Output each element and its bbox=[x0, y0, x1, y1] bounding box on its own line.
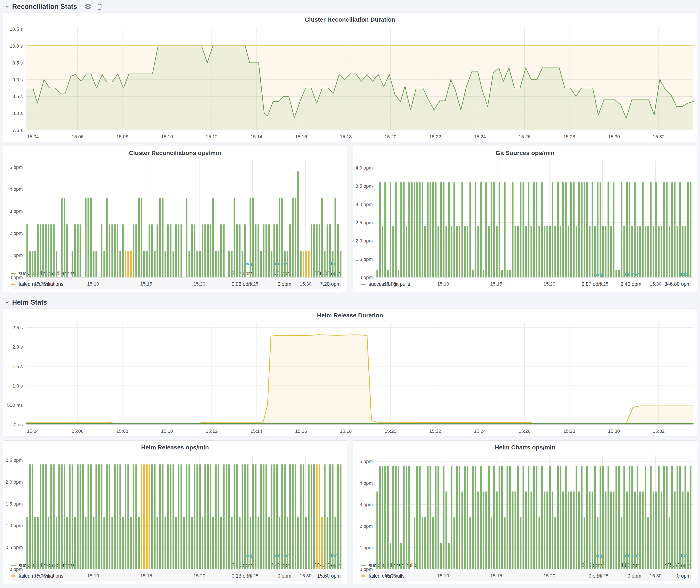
svg-text:15:24: 15:24 bbox=[474, 428, 486, 434]
svg-text:15:30: 15:30 bbox=[300, 573, 311, 578]
svg-text:15:06: 15:06 bbox=[72, 134, 84, 139]
svg-text:8.0 s: 8.0 s bbox=[12, 111, 23, 116]
svg-text:15:25: 15:25 bbox=[247, 573, 258, 578]
svg-text:1 opm: 1 opm bbox=[10, 253, 23, 258]
svg-text:15:28: 15:28 bbox=[563, 428, 575, 434]
svg-text:10.0 s: 10.0 s bbox=[10, 43, 23, 49]
panel-helm-release-duration: Helm Release Duration 0 ns500 ms1.0 s1.5… bbox=[3, 308, 697, 436]
svg-text:1.0 s: 1.0 s bbox=[12, 383, 23, 389]
panel-title[interactable]: Cluster Reconciliation Duration bbox=[3, 13, 697, 24]
svg-text:8.5 s: 8.5 s bbox=[12, 94, 23, 99]
svg-text:15:20: 15:20 bbox=[193, 281, 205, 287]
svg-text:15:15: 15:15 bbox=[490, 281, 502, 287]
svg-text:3 opm: 3 opm bbox=[360, 502, 373, 507]
svg-text:15:20: 15:20 bbox=[543, 281, 555, 287]
trash-icon[interactable] bbox=[96, 3, 103, 10]
svg-text:2.0 s: 2.0 s bbox=[12, 344, 23, 350]
svg-text:15:25: 15:25 bbox=[597, 573, 608, 578]
svg-text:15:18: 15:18 bbox=[340, 134, 352, 139]
chart-helm-charts-opm[interactable]: 0 opm1 opm2 opm3 opm4 opm5 opm15:0515:10… bbox=[353, 452, 697, 551]
svg-text:9.5 s: 9.5 s bbox=[12, 60, 23, 66]
svg-text:1.5 opm: 1.5 opm bbox=[356, 257, 373, 262]
panel-cluster-reconciliation-duration: Cluster Reconciliation Duration 7.5 s8.0… bbox=[3, 13, 697, 142]
svg-text:9.0 s: 9.0 s bbox=[12, 77, 23, 82]
svg-text:15:18: 15:18 bbox=[340, 428, 352, 434]
svg-text:10.5 s: 10.5 s bbox=[10, 26, 23, 32]
svg-text:4.0 opm: 4.0 opm bbox=[356, 165, 373, 171]
svg-text:15:15: 15:15 bbox=[140, 281, 152, 287]
svg-text:15:26: 15:26 bbox=[519, 134, 531, 139]
svg-text:500 ms: 500 ms bbox=[7, 402, 23, 408]
svg-text:1.0 opm: 1.0 opm bbox=[356, 275, 373, 280]
svg-text:15:06: 15:06 bbox=[72, 428, 84, 434]
chart-canvas: 1.0 opm1.5 opm2.0 opm2.5 opm3.0 opm3.5 o… bbox=[353, 157, 697, 289]
svg-text:15:15: 15:15 bbox=[140, 573, 152, 578]
svg-text:15:14: 15:14 bbox=[250, 428, 262, 434]
svg-text:15:22: 15:22 bbox=[429, 428, 441, 434]
panel-row-reconciliation: Cluster Reconciliations ops/min 0 opm1 o… bbox=[3, 146, 697, 292]
svg-text:15:16: 15:16 bbox=[295, 428, 307, 434]
panel-row-helm: Helm Releases ops/min 0 opm0.5 opm1.0 op… bbox=[3, 440, 697, 584]
panel-helm-charts-opm: Helm Charts ops/min 0 opm1 opm2 opm3 opm… bbox=[353, 440, 697, 584]
dashboard: Reconciliation Stats ⚙ Cluster Reconcili… bbox=[0, 0, 700, 584]
chart-cluster-reconciliation-duration[interactable]: 7.5 s8.0 s8.5 s9.0 s9.5 s10.0 s10.5 s15:… bbox=[3, 24, 697, 142]
svg-text:15:10: 15:10 bbox=[87, 281, 99, 287]
svg-text:1.0 opm: 1.0 opm bbox=[6, 523, 23, 528]
chart-helm-release-duration[interactable]: 0 ns500 ms1.0 s1.5 s2.0 s2.5 s15:0415:06… bbox=[3, 320, 697, 436]
svg-text:15:30: 15:30 bbox=[608, 134, 620, 139]
svg-text:15:04: 15:04 bbox=[27, 134, 39, 139]
svg-text:4 opm: 4 opm bbox=[10, 186, 23, 192]
svg-text:15:20: 15:20 bbox=[384, 428, 396, 434]
svg-text:2 opm: 2 opm bbox=[360, 523, 373, 529]
svg-text:2.0 opm: 2.0 opm bbox=[6, 479, 23, 485]
svg-text:7.5 s: 7.5 s bbox=[12, 128, 23, 133]
chart-cluster-reconciliations-opm[interactable]: 0 opm1 opm2 opm3 opm4 opm5 opm15:0515:10… bbox=[3, 157, 347, 259]
chart-canvas: 0 opm1 opm2 opm3 opm4 opm5 opm15:0515:10… bbox=[3, 157, 347, 289]
svg-text:4 opm: 4 opm bbox=[360, 480, 373, 486]
svg-text:15:24: 15:24 bbox=[474, 134, 486, 139]
panel-cluster-reconciliations-opm: Cluster Reconciliations ops/min 0 opm1 o… bbox=[3, 146, 347, 292]
svg-text:15:25: 15:25 bbox=[247, 281, 258, 287]
svg-text:15:25: 15:25 bbox=[597, 281, 608, 287]
section-title[interactable]: Reconciliation Stats bbox=[12, 3, 77, 11]
svg-text:15:22: 15:22 bbox=[429, 134, 441, 139]
svg-text:5 opm: 5 opm bbox=[360, 459, 373, 464]
svg-text:15:32: 15:32 bbox=[653, 428, 665, 434]
svg-text:2 opm: 2 opm bbox=[10, 231, 23, 236]
svg-text:15:30: 15:30 bbox=[650, 573, 661, 578]
chart-canvas: 0 opm0.5 opm1.0 opm1.5 opm2.0 opm2.5 opm… bbox=[3, 452, 347, 581]
svg-text:15:16: 15:16 bbox=[295, 134, 307, 139]
svg-text:3.0 opm: 3.0 opm bbox=[356, 202, 373, 207]
svg-text:15:10: 15:10 bbox=[87, 573, 99, 578]
chevron-down-icon[interactable] bbox=[4, 3, 10, 10]
svg-text:15:20: 15:20 bbox=[384, 134, 396, 139]
panel-title[interactable]: Git Sources ops/min bbox=[353, 146, 697, 157]
svg-text:15:20: 15:20 bbox=[543, 573, 555, 578]
section-helm-stats: Helm Stats bbox=[3, 297, 697, 308]
svg-text:15:10: 15:10 bbox=[161, 134, 173, 139]
svg-text:15:12: 15:12 bbox=[206, 134, 218, 139]
svg-text:15:12: 15:12 bbox=[206, 428, 218, 434]
panel-title[interactable]: Helm Charts ops/min bbox=[353, 441, 697, 452]
gear-icon[interactable]: ⚙ bbox=[84, 3, 91, 11]
chart-git-sources-opm[interactable]: 1.0 opm1.5 opm2.0 opm2.5 opm3.0 opm3.5 o… bbox=[353, 157, 697, 269]
panel-git-sources-opm: Git Sources ops/min 1.0 opm1.5 opm2.0 op… bbox=[353, 146, 697, 292]
svg-text:3.5 opm: 3.5 opm bbox=[356, 183, 373, 189]
panel-title[interactable]: Helm Release Duration bbox=[3, 309, 697, 320]
svg-text:15:08: 15:08 bbox=[116, 134, 128, 139]
panel-title[interactable]: Helm Releases ops/min bbox=[3, 441, 347, 452]
chart-helm-releases-opm[interactable]: 0 opm0.5 opm1.0 opm1.5 opm2.0 opm2.5 opm… bbox=[3, 452, 347, 551]
chevron-down-icon[interactable] bbox=[4, 299, 10, 306]
svg-text:5 opm: 5 opm bbox=[10, 165, 23, 170]
svg-text:3 opm: 3 opm bbox=[10, 208, 23, 214]
svg-text:15:10: 15:10 bbox=[161, 428, 173, 434]
section-title[interactable]: Helm Stats bbox=[12, 299, 47, 306]
panel-title[interactable]: Cluster Reconciliations ops/min bbox=[3, 146, 347, 157]
svg-text:15:32: 15:32 bbox=[653, 134, 665, 139]
svg-text:15:05: 15:05 bbox=[34, 573, 46, 578]
svg-text:15:05: 15:05 bbox=[384, 573, 396, 578]
svg-text:0.5 opm: 0.5 opm bbox=[6, 545, 23, 550]
svg-text:15:05: 15:05 bbox=[384, 281, 396, 287]
svg-text:15:15: 15:15 bbox=[490, 573, 502, 578]
chart-canvas: 7.5 s8.0 s8.5 s9.0 s9.5 s10.0 s10.5 s15:… bbox=[3, 24, 697, 142]
